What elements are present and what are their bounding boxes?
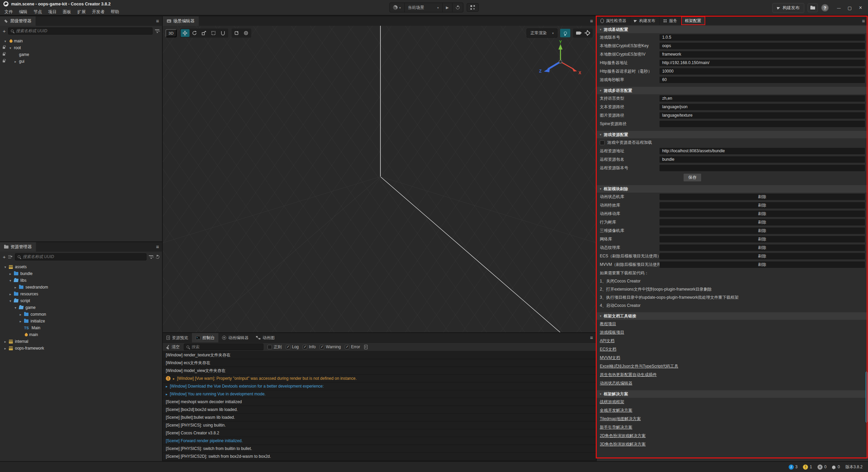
warning-count[interactable]: !1 [803, 465, 812, 470]
scene-select-dropdown[interactable]: 当前场景▾ [405, 3, 442, 12]
tree-item[interactable]: root [0, 44, 162, 51]
doc-link[interactable]: Excel格式转Json文件与TypeScript代码工具 [600, 363, 678, 369]
expand-arrow-icon[interactable] [9, 279, 14, 282]
tree-item[interactable]: Main [0, 324, 162, 331]
menu-item[interactable]: 编辑 [16, 8, 31, 16]
solution-link[interactable]: 战棋游戏框架 [600, 399, 624, 405]
log-row[interactable]: ! ▸ [Window] Download the Vue Devtools e… [163, 382, 596, 390]
tree-item[interactable]: resources [0, 291, 162, 297]
doc-link[interactable]: 教程项目 [600, 321, 616, 327]
scene-settings-button[interactable] [583, 29, 592, 37]
orientation-gizmo[interactable]: Y X Z [535, 40, 586, 84]
menu-item[interactable]: 开发者 [89, 8, 108, 16]
module-remove-button[interactable]: 剔除 [659, 228, 865, 234]
tree-item[interactable]: libs [0, 277, 162, 284]
create-node-button[interactable]: + [3, 28, 6, 34]
expand-arrow-icon[interactable] [15, 286, 19, 289]
log-row[interactable]: ! ▸ [Scene] meshopt wasm decoder initial… [163, 398, 596, 406]
log-filter-checkbox[interactable]: Log [286, 345, 299, 349]
inspector-tab[interactable]: 服务 [659, 16, 681, 25]
build-publish-button[interactable]: 构建发布 [772, 3, 804, 13]
field-input[interactable] [659, 121, 865, 127]
menu-item[interactable]: 帮助 [108, 8, 122, 16]
rect-tool-button[interactable] [209, 29, 218, 37]
assets-search-input[interactable] [23, 254, 144, 259]
expand-arrow-icon[interactable] [15, 60, 19, 63]
maximize-button[interactable] [845, 3, 854, 12]
tree-item[interactable]: common [0, 311, 162, 318]
solution-link[interactable]: 新手引导解决方案 [600, 425, 632, 430]
field-input[interactable]: http://192.168.0.150/main/ [659, 60, 865, 66]
open-project-folder-button[interactable] [808, 3, 818, 12]
tree-item[interactable]: game [0, 304, 162, 311]
hierarchy-search-input[interactable] [16, 28, 150, 33]
expand-arrow-icon[interactable] [9, 299, 14, 303]
log-row[interactable]: ! ▸ [Window] ecs文件夹存在 [163, 359, 596, 367]
field-input[interactable]: framework [659, 51, 865, 58]
expand-arrow-icon[interactable]: ▸ [166, 385, 167, 388]
render-mode-dropdown[interactable]: 正常渲染▾ [527, 28, 557, 38]
field-input[interactable]: 60 [659, 77, 865, 83]
log-row[interactable]: ! ▸ [Scene] [PHYSICS]: using builtin. [163, 421, 596, 429]
sort-icon[interactable] [8, 255, 13, 259]
tab-scene-editor[interactable]: 场景编辑器 [163, 16, 199, 26]
scrollbar-thumb[interactable] [866, 372, 868, 422]
play-button[interactable]: ▶ [442, 3, 452, 12]
tree-item[interactable]: main [0, 331, 162, 338]
expand-arrow-icon[interactable] [4, 347, 9, 350]
expand-arrow-icon[interactable]: ▸ [173, 377, 175, 380]
solution-link[interactable]: Tiledmap地图解决方案 [600, 416, 641, 422]
filter-icon[interactable] [149, 255, 153, 259]
tree-item[interactable]: seedrandom [0, 284, 162, 291]
expand-arrow-icon[interactable]: ▸ [166, 392, 167, 396]
regex-checkbox[interactable]: 正则 [268, 344, 282, 350]
open-log-file-button[interactable] [364, 345, 368, 349]
console-search-input[interactable] [192, 345, 261, 349]
tree-item[interactable]: internal [0, 338, 162, 345]
menu-item[interactable]: 扩展 [74, 8, 89, 16]
doc-link[interactable]: ECS文档 [600, 347, 616, 352]
inspector-tab[interactable]: 框架配置 [681, 16, 705, 25]
expand-arrow-icon[interactable] [9, 292, 14, 296]
panel-menu-icon[interactable]: ≡ [156, 244, 159, 250]
lighting-toggle-button[interactable] [560, 29, 570, 37]
console-tab[interactable]: 资源预览 [163, 333, 192, 342]
module-remove-button[interactable]: 剔除 [659, 261, 865, 268]
solution-link[interactable]: 3D角色扮演游戏解决方案 [600, 441, 646, 447]
log-filter-checkbox[interactable]: Error [345, 345, 360, 349]
field-input[interactable]: http://localhost:8083/assets/bundle [659, 148, 865, 154]
inspector-tab[interactable]: 构建发布 [630, 16, 659, 25]
tab-hierarchy[interactable]: 层级管理器 [0, 16, 36, 26]
tree-item[interactable]: initialize [0, 318, 162, 324]
menu-item[interactable]: 项目 [45, 8, 60, 16]
notification-count[interactable]: 0 [832, 465, 840, 469]
field-input[interactable]: language/json [659, 104, 865, 110]
solution-link[interactable]: 全栈开发解决方案 [600, 408, 632, 413]
field-input[interactable]: oops [659, 43, 865, 49]
log-row[interactable]: ! ▸ [Scene] Cocos Creator v3.8.2 [163, 429, 596, 437]
log-row[interactable]: ! ▸ [Window] model_view文件夹存在 [163, 367, 596, 375]
anchor-tool-button[interactable] [219, 29, 228, 37]
log-row[interactable]: ! ▸ [Window] You are running Vue in deve… [163, 390, 596, 398]
expand-arrow-icon[interactable] [4, 39, 9, 43]
save-button[interactable]: 保存 [683, 173, 702, 182]
create-asset-button[interactable]: + [3, 254, 6, 259]
preview-qr-button[interactable] [467, 3, 479, 12]
log-row[interactable]: ! ▸ [Scene] [bullet]:bullet wasm lib loa… [163, 414, 596, 421]
log-row[interactable]: ! ▸ [Scene] [PHYSICS]: switch from built… [163, 445, 596, 453]
panel-menu-icon[interactable]: ≡ [590, 335, 593, 340]
module-remove-button[interactable]: 剔除 [659, 244, 865, 251]
preview-device-dropdown[interactable]: ▾ [390, 3, 405, 12]
log-filter-checkbox[interactable]: Warning [320, 345, 341, 349]
clear-console-button[interactable]: 清空 [166, 344, 180, 350]
restart-preview-button[interactable] [453, 3, 463, 12]
module-remove-button[interactable]: 剔除 [659, 253, 865, 259]
log-row[interactable]: ! ▸ [Scene] Forward render pipeline init… [163, 437, 596, 445]
section-solutions[interactable]: 框架解决方案 [597, 390, 868, 398]
doc-link[interactable]: 动画状态机编辑器 [600, 380, 632, 386]
error-count[interactable]: ×0 [817, 465, 827, 470]
coordinate-toggle-button[interactable] [242, 29, 251, 37]
tree-item[interactable]: game [0, 51, 162, 58]
console-log-list[interactable]: ! ▸ [Window] render_texture文件夹存在 ! ▸ [Wi… [163, 351, 596, 461]
info-count[interactable]: i3 [789, 465, 798, 470]
